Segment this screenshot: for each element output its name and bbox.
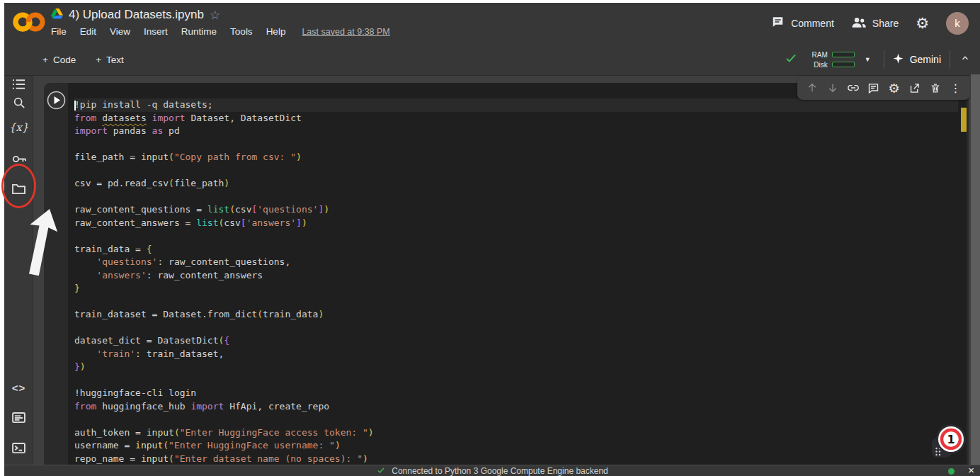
code-line[interactable]: auth_token = input("Enter HuggingFace ac… bbox=[74, 426, 958, 440]
code-line[interactable]: !pip install -q datasets; bbox=[74, 98, 958, 112]
run-cell-button[interactable] bbox=[47, 91, 66, 113]
annotation-arrow-icon bbox=[20, 208, 59, 278]
editor-settings-icon[interactable]: ⚙ bbox=[885, 79, 903, 97]
resource-monitor[interactable]: RAM Disk bbox=[809, 51, 855, 69]
code-line[interactable]: }) bbox=[74, 361, 958, 374]
app-frame: 4) Upload Datasets.ipynb ☆ File Edit Vie… bbox=[4, 3, 980, 476]
delete-cell-icon[interactable] bbox=[926, 79, 944, 97]
code-line[interactable]: !huggingface-cli login bbox=[74, 387, 958, 400]
code-line[interactable]: import pandas as pd bbox=[74, 125, 958, 138]
code-line[interactable] bbox=[74, 230, 958, 243]
title-block: 4) Upload Datasets.ipynb ☆ File Edit Vie… bbox=[51, 6, 390, 37]
colab-window: 4) Upload Datasets.ipynb ☆ File Edit Vie… bbox=[0, 0, 980, 476]
comment-button[interactable]: Comment bbox=[771, 16, 834, 30]
code-line[interactable]: train_data = { bbox=[74, 243, 958, 256]
code-line[interactable]: username = input("Enter HuggingFace user… bbox=[74, 439, 958, 453]
notebook-scrollbar[interactable] bbox=[971, 74, 980, 465]
code-line[interactable]: from datasets import Dataset, DatasetDic… bbox=[74, 112, 958, 125]
menu-runtime[interactable]: Runtime bbox=[181, 26, 217, 37]
plus-icon: + bbox=[42, 55, 48, 65]
code-line[interactable] bbox=[74, 374, 958, 387]
status-check-icon bbox=[376, 465, 386, 476]
code-snippets-icon[interactable]: <> bbox=[4, 379, 33, 396]
code-line[interactable]: raw_content_questions = list(csv['questi… bbox=[74, 203, 958, 217]
drive-icon bbox=[51, 8, 63, 22]
code-line[interactable]: file_path = input("Copy path from csv: "… bbox=[74, 151, 958, 164]
menu-edit[interactable]: Edit bbox=[80, 26, 96, 37]
more-cell-actions-icon[interactable]: ⋮ bbox=[947, 79, 964, 97]
ram-label: RAM bbox=[809, 51, 828, 59]
code-line[interactable]: } bbox=[74, 282, 958, 295]
menu-help[interactable]: Help bbox=[266, 26, 286, 37]
code-line[interactable]: dataset_dict = DatasetDict({ bbox=[74, 334, 958, 348]
close-statusbar-icon[interactable]: × bbox=[968, 464, 974, 476]
code-line[interactable]: from huggingface_hub import HfApi, creat… bbox=[74, 400, 958, 414]
annotation-red-circle bbox=[1, 164, 36, 208]
plus-icon: + bbox=[96, 55, 101, 65]
code-area[interactable]: !pip install -q datasets;from datasets i… bbox=[74, 98, 958, 465]
header-actions: Comment Share ⚙ k bbox=[771, 3, 969, 43]
star-icon[interactable]: ☆ bbox=[210, 9, 220, 21]
table-of-contents-icon[interactable] bbox=[4, 76, 33, 93]
notebook-title[interactable]: 4) Upload Datasets.ipynb bbox=[69, 8, 204, 22]
gemini-button[interactable]: Gemini bbox=[893, 53, 941, 66]
overview-ruler-warning bbox=[961, 108, 967, 132]
code-editor[interactable]: !pip install -q datasets;from datasets i… bbox=[68, 83, 967, 465]
menu-bar: File Edit View Insert Runtime Tools Help… bbox=[51, 26, 390, 37]
add-code-button[interactable]: + Code bbox=[42, 55, 76, 65]
command-palette-icon[interactable] bbox=[4, 409, 33, 426]
code-line[interactable] bbox=[74, 322, 958, 335]
code-line[interactable]: 'answers': raw_content_answers bbox=[74, 269, 958, 283]
add-text-button[interactable]: + Text bbox=[96, 55, 124, 65]
status-bar: Connected to Python 3 Google Compute Eng… bbox=[4, 465, 980, 476]
variables-icon[interactable]: {x} bbox=[4, 119, 33, 136]
code-line[interactable]: csv = pd.read_csv(file_path) bbox=[74, 177, 958, 191]
open-in-tab-icon[interactable] bbox=[906, 79, 923, 97]
menu-insert[interactable]: Insert bbox=[144, 26, 168, 37]
code-line[interactable]: 'questions': raw_content_questions, bbox=[74, 256, 958, 269]
connection-status: Connected to Python 3 Google Compute Eng… bbox=[392, 466, 608, 476]
code-line[interactable]: 'train': train_dataset, bbox=[74, 348, 958, 361]
menu-tools[interactable]: Tools bbox=[230, 26, 253, 37]
code-line[interactable] bbox=[74, 295, 958, 309]
terminal-icon[interactable] bbox=[4, 439, 33, 456]
kernel-status-dot bbox=[948, 468, 955, 475]
ram-gauge bbox=[832, 52, 855, 57]
move-cell-up-icon[interactable] bbox=[803, 79, 821, 97]
notebook-toolbar: + Code + Text RAM Disk ▼ bbox=[4, 43, 980, 76]
search-icon[interactable] bbox=[4, 94, 33, 111]
disk-label: Disk bbox=[809, 61, 828, 69]
code-line[interactable]: raw_content_answers = list(csv['answers'… bbox=[74, 217, 958, 230]
menu-file[interactable]: File bbox=[51, 26, 67, 37]
code-line[interactable] bbox=[74, 191, 958, 204]
share-button[interactable]: Share bbox=[851, 16, 899, 30]
cell-toolbar: ⚙ ⋮ bbox=[797, 76, 970, 100]
move-cell-down-icon[interactable] bbox=[824, 79, 841, 97]
add-comment-icon[interactable] bbox=[865, 79, 882, 97]
disk-gauge bbox=[832, 62, 855, 67]
resources-dropdown-icon[interactable]: ▼ bbox=[865, 56, 871, 63]
collapse-toolbar-icon[interactable] bbox=[959, 53, 972, 66]
copy-link-to-cell-icon[interactable] bbox=[844, 79, 862, 97]
code-line[interactable]: repo_name = input("Enter dataset name (n… bbox=[74, 453, 958, 465]
code-line[interactable] bbox=[74, 413, 958, 426]
comment-icon bbox=[771, 16, 785, 30]
code-line[interactable] bbox=[74, 138, 958, 152]
connected-check-icon bbox=[784, 52, 798, 67]
gemini-sparkle-icon bbox=[893, 53, 904, 66]
share-icon bbox=[851, 16, 866, 30]
code-cell[interactable]: !pip install -q datasets;from datasets i… bbox=[44, 83, 969, 465]
step-number: 1 bbox=[947, 433, 955, 446]
code-line[interactable] bbox=[74, 164, 958, 178]
menu-view[interactable]: View bbox=[110, 26, 130, 37]
last-saved-link[interactable]: Last saved at 9:38 PM bbox=[302, 27, 389, 37]
code-line[interactable]: train_dataset = Dataset.from_dict(train_… bbox=[74, 308, 958, 322]
avatar[interactable]: k bbox=[946, 12, 969, 35]
settings-gear-icon[interactable]: ⚙ bbox=[916, 15, 929, 32]
annotation-step-badge: 1 bbox=[929, 421, 969, 464]
header: 4) Upload Datasets.ipynb ☆ File Edit Vie… bbox=[4, 3, 980, 43]
colab-logo-icon[interactable] bbox=[13, 10, 45, 37]
